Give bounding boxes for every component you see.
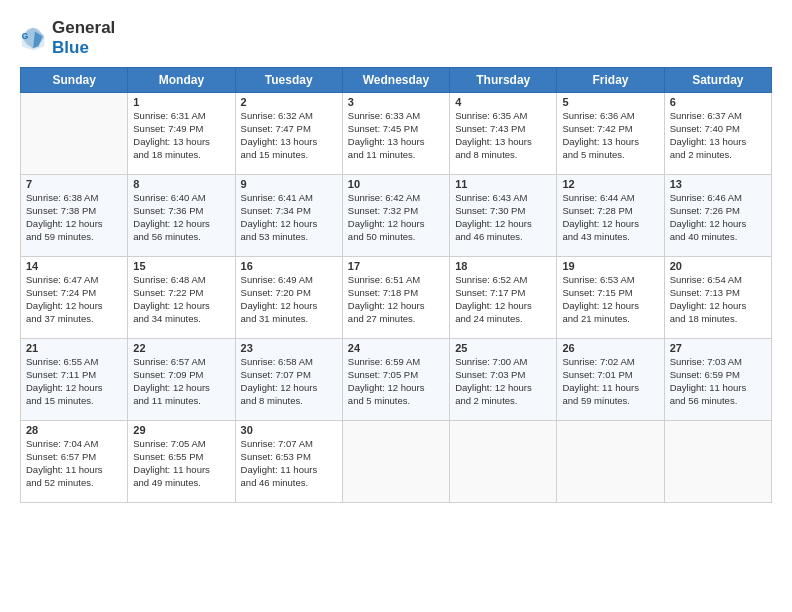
cell-info-line: Sunset: 7:03 PM xyxy=(455,369,551,382)
cell-info-line: Sunrise: 6:59 AM xyxy=(348,356,444,369)
cell-info-line: and 37 minutes. xyxy=(26,313,122,326)
cell-info-line: Sunset: 6:53 PM xyxy=(241,451,337,464)
calendar-week-row: 21Sunrise: 6:55 AMSunset: 7:11 PMDayligh… xyxy=(21,339,772,421)
cell-info-line: Sunrise: 6:48 AM xyxy=(133,274,229,287)
cell-info-line: Daylight: 12 hours xyxy=(26,382,122,395)
cell-info-line: Sunrise: 6:32 AM xyxy=(241,110,337,123)
calendar-cell: 22Sunrise: 6:57 AMSunset: 7:09 PMDayligh… xyxy=(128,339,235,421)
cell-info-line: Daylight: 12 hours xyxy=(241,382,337,395)
day-number: 24 xyxy=(348,342,444,354)
cell-info-line: Sunrise: 6:37 AM xyxy=(670,110,766,123)
cell-info-line: Sunset: 7:36 PM xyxy=(133,205,229,218)
day-number: 7 xyxy=(26,178,122,190)
cell-info-line: and 8 minutes. xyxy=(241,395,337,408)
cell-info-line: Sunrise: 6:40 AM xyxy=(133,192,229,205)
day-number: 20 xyxy=(670,260,766,272)
cell-info-line: Sunset: 7:13 PM xyxy=(670,287,766,300)
day-number: 5 xyxy=(562,96,658,108)
header: G General Blue xyxy=(20,18,772,57)
day-number: 29 xyxy=(133,424,229,436)
cell-info-line: Sunset: 7:30 PM xyxy=(455,205,551,218)
day-number: 3 xyxy=(348,96,444,108)
cell-info-line: Daylight: 12 hours xyxy=(562,218,658,231)
cell-info-line: and 56 minutes. xyxy=(133,231,229,244)
cell-info-line: Sunset: 7:07 PM xyxy=(241,369,337,382)
cell-info-line: Sunrise: 6:58 AM xyxy=(241,356,337,369)
calendar-cell xyxy=(450,421,557,503)
cell-info-line: Daylight: 12 hours xyxy=(348,382,444,395)
cell-info-line: Sunrise: 6:35 AM xyxy=(455,110,551,123)
day-number: 25 xyxy=(455,342,551,354)
cell-info-line: Sunrise: 6:54 AM xyxy=(670,274,766,287)
cell-info-line: and 2 minutes. xyxy=(455,395,551,408)
cell-info-line: and 46 minutes. xyxy=(241,477,337,490)
day-number: 15 xyxy=(133,260,229,272)
calendar-cell xyxy=(557,421,664,503)
cell-info-line: Sunrise: 7:07 AM xyxy=(241,438,337,451)
day-number: 23 xyxy=(241,342,337,354)
day-number: 28 xyxy=(26,424,122,436)
cell-info-line: Sunset: 7:20 PM xyxy=(241,287,337,300)
cell-info-line: Daylight: 12 hours xyxy=(670,300,766,313)
calendar-cell: 19Sunrise: 6:53 AMSunset: 7:15 PMDayligh… xyxy=(557,257,664,339)
cell-info-line: Sunrise: 6:47 AM xyxy=(26,274,122,287)
calendar-cell: 18Sunrise: 6:52 AMSunset: 7:17 PMDayligh… xyxy=(450,257,557,339)
cell-info-line: and 52 minutes. xyxy=(26,477,122,490)
calendar-cell: 14Sunrise: 6:47 AMSunset: 7:24 PMDayligh… xyxy=(21,257,128,339)
cell-info-line: and 21 minutes. xyxy=(562,313,658,326)
day-number: 6 xyxy=(670,96,766,108)
calendar-cell: 24Sunrise: 6:59 AMSunset: 7:05 PMDayligh… xyxy=(342,339,449,421)
cell-info-line: Daylight: 13 hours xyxy=(348,136,444,149)
cell-info-line: Sunset: 7:28 PM xyxy=(562,205,658,218)
cell-info-line: Daylight: 12 hours xyxy=(455,300,551,313)
cell-info-line: Sunset: 7:42 PM xyxy=(562,123,658,136)
cell-info-line: and 50 minutes. xyxy=(348,231,444,244)
page: G General Blue SundayMondayTuesdayWednes… xyxy=(0,0,792,612)
cell-info-line: Sunrise: 6:36 AM xyxy=(562,110,658,123)
cell-info-line: Daylight: 13 hours xyxy=(241,136,337,149)
calendar-cell: 9Sunrise: 6:41 AMSunset: 7:34 PMDaylight… xyxy=(235,175,342,257)
cell-info-line: Daylight: 12 hours xyxy=(455,218,551,231)
cell-info-line: Sunset: 6:57 PM xyxy=(26,451,122,464)
calendar-header-row: SundayMondayTuesdayWednesdayThursdayFrid… xyxy=(21,68,772,93)
col-header-monday: Monday xyxy=(128,68,235,93)
calendar-cell: 1Sunrise: 6:31 AMSunset: 7:49 PMDaylight… xyxy=(128,93,235,175)
cell-info-line: Daylight: 13 hours xyxy=(133,136,229,149)
cell-info-line: and 40 minutes. xyxy=(670,231,766,244)
cell-info-line: Sunrise: 6:52 AM xyxy=(455,274,551,287)
cell-info-line: Daylight: 12 hours xyxy=(241,218,337,231)
calendar-cell: 5Sunrise: 6:36 AMSunset: 7:42 PMDaylight… xyxy=(557,93,664,175)
cell-info-line: Sunrise: 6:31 AM xyxy=(133,110,229,123)
cell-info-line: Daylight: 11 hours xyxy=(670,382,766,395)
calendar-cell: 10Sunrise: 6:42 AMSunset: 7:32 PMDayligh… xyxy=(342,175,449,257)
cell-info-line: Sunset: 7:11 PM xyxy=(26,369,122,382)
col-header-wednesday: Wednesday xyxy=(342,68,449,93)
calendar-cell: 21Sunrise: 6:55 AMSunset: 7:11 PMDayligh… xyxy=(21,339,128,421)
day-number: 14 xyxy=(26,260,122,272)
cell-info-line: Sunrise: 7:00 AM xyxy=(455,356,551,369)
col-header-sunday: Sunday xyxy=(21,68,128,93)
col-header-tuesday: Tuesday xyxy=(235,68,342,93)
cell-info-line: Daylight: 12 hours xyxy=(133,382,229,395)
day-number: 21 xyxy=(26,342,122,354)
cell-info-line: and 59 minutes. xyxy=(562,395,658,408)
cell-info-line: Daylight: 11 hours xyxy=(241,464,337,477)
cell-info-line: and 24 minutes. xyxy=(455,313,551,326)
cell-info-line: Sunset: 7:22 PM xyxy=(133,287,229,300)
calendar-cell: 8Sunrise: 6:40 AMSunset: 7:36 PMDaylight… xyxy=(128,175,235,257)
day-number: 26 xyxy=(562,342,658,354)
cell-info-line: Daylight: 12 hours xyxy=(562,300,658,313)
cell-info-line: Daylight: 12 hours xyxy=(26,300,122,313)
calendar-cell: 26Sunrise: 7:02 AMSunset: 7:01 PMDayligh… xyxy=(557,339,664,421)
calendar-cell: 29Sunrise: 7:05 AMSunset: 6:55 PMDayligh… xyxy=(128,421,235,503)
col-header-friday: Friday xyxy=(557,68,664,93)
calendar-week-row: 14Sunrise: 6:47 AMSunset: 7:24 PMDayligh… xyxy=(21,257,772,339)
day-number: 12 xyxy=(562,178,658,190)
logo: G General Blue xyxy=(20,18,115,57)
cell-info-line: Sunrise: 7:04 AM xyxy=(26,438,122,451)
cell-info-line: Sunset: 7:15 PM xyxy=(562,287,658,300)
cell-info-line: Sunrise: 7:03 AM xyxy=(670,356,766,369)
cell-info-line: and 43 minutes. xyxy=(562,231,658,244)
cell-info-line: and 15 minutes. xyxy=(241,149,337,162)
logo-icon: G xyxy=(20,24,48,52)
